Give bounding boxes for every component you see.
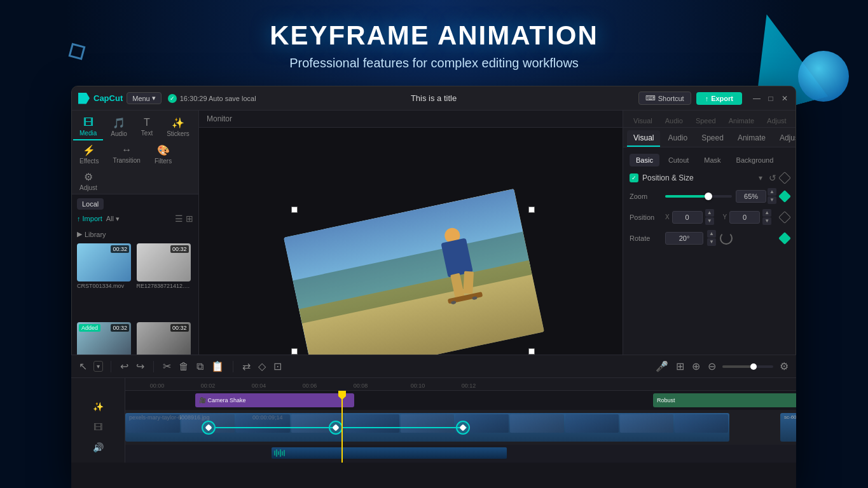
tab-effects[interactable]: ⚡ Effects bbox=[73, 142, 105, 167]
minimize-button[interactable]: — bbox=[752, 94, 761, 103]
rotate-value-input[interactable] bbox=[665, 232, 703, 245]
subtab-mask[interactable]: Mask bbox=[698, 154, 727, 166]
keyframe-inner bbox=[332, 424, 339, 431]
robust-clip[interactable]: Robust bbox=[653, 393, 796, 407]
zoom-decrement-button[interactable]: ▼ bbox=[768, 196, 776, 204]
keyframe-add-button[interactable] bbox=[778, 172, 791, 184]
zoom-increment-button[interactable]: ▲ bbox=[768, 188, 776, 196]
keyframe-2[interactable] bbox=[329, 421, 343, 435]
rotate-increment-button[interactable]: ▲ bbox=[707, 230, 716, 238]
settings-button[interactable]: ⚙ bbox=[778, 359, 790, 374]
keyframe-button[interactable]: ◇ bbox=[257, 359, 267, 374]
section-title: Position & Size bbox=[642, 173, 755, 182]
tab-filters[interactable]: 🎨 Filters bbox=[148, 142, 178, 167]
section-reset-button[interactable]: ↺ bbox=[769, 173, 776, 183]
grid-view-button[interactable]: ⊞ bbox=[186, 214, 193, 224]
zoom-thumb[interactable] bbox=[750, 363, 757, 370]
subtab-cutout[interactable]: Cutout bbox=[662, 154, 695, 166]
audio-clip-1[interactable] bbox=[272, 447, 507, 459]
library-label: Library bbox=[85, 231, 106, 238]
tab-audio[interactable]: Audio bbox=[661, 130, 694, 147]
media-sub-tabs: Local bbox=[72, 194, 198, 214]
delete-button[interactable]: 🗑 bbox=[177, 360, 190, 374]
media-thumbnail[interactable]: 00:32 bbox=[137, 243, 191, 281]
main-video-clip[interactable]: pexels-mary-taylor-6008916.jpg 00:00:09;… bbox=[125, 413, 729, 442]
tab-adjust[interactable]: Adjust bbox=[773, 130, 796, 147]
pos-x-increment-button[interactable]: ▲ bbox=[705, 209, 714, 217]
keyframe-3[interactable] bbox=[456, 421, 470, 435]
export-button[interactable]: ↑ Export bbox=[696, 92, 742, 105]
paste-button[interactable]: 📋 bbox=[210, 359, 225, 374]
time-mark-12: 00:12 bbox=[462, 383, 476, 389]
tab-media[interactable]: 🎞 Media bbox=[73, 114, 103, 140]
position-x-input[interactable] bbox=[672, 211, 703, 224]
second-video-clip[interactable]: sc-6008893.jpg 00:00:05:00 bbox=[780, 413, 796, 442]
position-keyframe-button[interactable] bbox=[778, 211, 791, 224]
position-y-input[interactable] bbox=[729, 211, 760, 224]
keyframe-1[interactable] bbox=[202, 421, 216, 435]
copy-button[interactable]: ⧉ bbox=[195, 360, 205, 374]
shortcut-button[interactable]: ⌨ Shortcut bbox=[638, 92, 691, 105]
zoom-value-input[interactable] bbox=[736, 190, 766, 203]
zoom-slider-thumb[interactable] bbox=[705, 193, 712, 200]
subtab-basic[interactable]: Basic bbox=[630, 154, 659, 166]
import-button[interactable]: ↑ Import bbox=[77, 215, 102, 222]
select-dropdown[interactable]: ▾ bbox=[93, 361, 103, 372]
tab-visual[interactable]: Visual bbox=[627, 130, 660, 147]
zoom-out-button[interactable]: ⊖ bbox=[706, 359, 717, 374]
thumb-duration: 00:32 bbox=[111, 245, 129, 253]
check-icon: ✓ bbox=[168, 94, 177, 103]
flip-button[interactable]: ⇄ bbox=[241, 359, 252, 374]
right-tabs-top: Visual Audio Speed Animate Adjust bbox=[623, 111, 796, 128]
playhead[interactable] bbox=[341, 391, 343, 463]
library-item[interactable]: ▶ Library bbox=[72, 227, 198, 241]
tab-text[interactable]: T Text bbox=[135, 114, 159, 140]
pos-x-decrement-button[interactable]: ▼ bbox=[705, 217, 714, 225]
tab-animate[interactable]: Animate bbox=[731, 130, 772, 147]
maximize-button[interactable]: □ bbox=[766, 94, 775, 103]
top-tab-animate[interactable]: Animate bbox=[724, 114, 759, 127]
microphone-button[interactable]: 🎤 bbox=[654, 359, 670, 374]
transform-handle-bl[interactable] bbox=[291, 348, 298, 355]
video-frame bbox=[284, 189, 544, 381]
local-tab[interactable]: Local bbox=[77, 198, 104, 210]
timeline-zoom-slider[interactable] bbox=[722, 365, 773, 368]
rotate-decrement-button[interactable]: ▼ bbox=[707, 238, 716, 246]
top-tab-speed[interactable]: Speed bbox=[691, 114, 721, 127]
zoom-in-button[interactable]: ⊕ bbox=[691, 359, 701, 374]
rotate-keyframe-button[interactable] bbox=[778, 232, 791, 245]
media-thumbnail[interactable]: 00:32 bbox=[77, 243, 131, 281]
section-checkbox[interactable]: ✓ bbox=[630, 173, 638, 182]
pos-y-increment-button[interactable]: ▲ bbox=[762, 209, 771, 217]
tab-audio[interactable]: 🎵 Audio bbox=[104, 114, 134, 140]
top-tab-audio[interactable]: Audio bbox=[660, 114, 688, 127]
toolbar-tabs: 🎞 Media 🎵 Audio T Text ✨ Stickers ⚡ bbox=[72, 111, 198, 194]
camera-shake-clip[interactable]: 🎥 Camera Shake bbox=[195, 393, 354, 407]
tab-speed[interactable]: Speed bbox=[695, 130, 730, 147]
timeline-track-labels: ✨ 🎞 🔊 bbox=[71, 378, 125, 463]
tab-adjust[interactable]: ⚙ Adjust bbox=[73, 168, 104, 194]
split-button[interactable]: ✂ bbox=[162, 359, 172, 374]
list-view-button[interactable]: ☰ bbox=[175, 214, 183, 224]
select-tool-button[interactable]: ↖ bbox=[78, 359, 88, 374]
transform-handle-tr[interactable] bbox=[528, 207, 535, 213]
zoom-slider[interactable] bbox=[665, 195, 732, 198]
undo-button[interactable]: ↩ bbox=[119, 359, 130, 374]
section-expand-icon[interactable]: ▾ bbox=[759, 173, 762, 182]
crop-button[interactable]: ⊡ bbox=[272, 359, 283, 374]
tab-transition[interactable]: ↔ Transition bbox=[106, 142, 147, 167]
zoom-keyframe-button[interactable] bbox=[778, 190, 791, 203]
all-filter[interactable]: All ▾ bbox=[106, 215, 120, 223]
transform-handle-br[interactable] bbox=[528, 348, 535, 355]
timeline-tracks: 00:00 00:02 00:04 00:06 00:08 00:10 00:1… bbox=[125, 378, 796, 463]
top-tab-adjust[interactable]: Adjust bbox=[762, 114, 792, 127]
subtab-background[interactable]: Background bbox=[730, 154, 780, 166]
top-tab-visual[interactable]: Visual bbox=[628, 114, 658, 127]
tab-stickers[interactable]: ✨ Stickers bbox=[160, 114, 196, 140]
redo-button[interactable]: ↪ bbox=[135, 359, 146, 374]
fit-button[interactable]: ⊞ bbox=[675, 359, 685, 374]
transform-handle-tl[interactable] bbox=[291, 207, 298, 213]
menu-button[interactable]: Menu ▾ bbox=[127, 92, 162, 104]
close-button[interactable]: ✕ bbox=[780, 94, 789, 103]
pos-y-decrement-button[interactable]: ▼ bbox=[762, 217, 771, 225]
